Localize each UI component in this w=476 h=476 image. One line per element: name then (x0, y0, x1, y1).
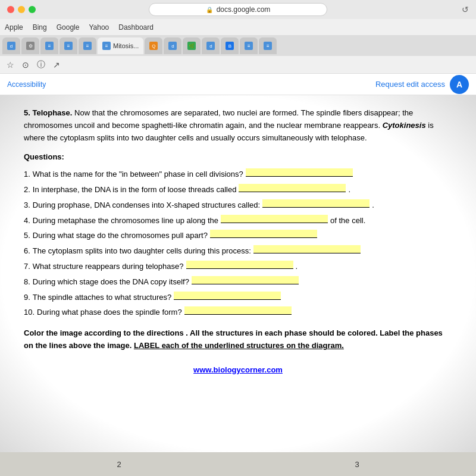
title-bar: 🔒 docs.google.com ↺ (0, 0, 476, 19)
q2-text: In interphase, the DNA is in the form of… (33, 184, 237, 196)
tab-leaf[interactable]: 🌿 (183, 37, 201, 54)
q3-text: During prophase, DNA condenses into X-sh… (33, 199, 260, 212)
q8-num: 8. (24, 276, 30, 289)
tab-icon-d2: d (168, 42, 177, 50)
share-icon[interactable]: ↗ (51, 60, 62, 70)
reload-button[interactable]: ↺ (462, 5, 469, 14)
tab-doc5[interactable]: ≡ (259, 37, 277, 54)
tab-icon-doc1: ≡ (45, 42, 54, 50)
tab-doc3[interactable]: ≡ (79, 37, 96, 54)
tab-icon-doc5: ≡ (264, 42, 272, 50)
q2-answer (239, 184, 346, 192)
tab-doc2[interactable]: ≡ (60, 37, 77, 54)
lock-icon: 🔒 (206, 7, 213, 13)
tab-d1[interactable]: d (2, 37, 20, 54)
user-avatar[interactable]: A (450, 75, 469, 94)
q5-num: 5. (24, 230, 30, 242)
tab-doc4[interactable]: ≡ (240, 37, 258, 54)
question-6: 6. The cytoplasm splits into two daughte… (24, 245, 452, 258)
bookmark-google[interactable]: Google (57, 23, 80, 32)
page-number-2: 2 (117, 460, 121, 469)
q5-text: During what stage do the chromosomes pul… (33, 230, 208, 242)
tab-icon-search: Q (149, 42, 158, 50)
q10-text: During what phase does the spindle form? (37, 306, 182, 319)
reader-icon[interactable]: ⊙ (20, 60, 31, 70)
tab-icon-mitosis: ≡ (102, 42, 111, 50)
main-content-area: 5. Telophase. Now that the chromosomes a… (0, 95, 476, 476)
q10-answer (184, 306, 292, 315)
color-instruction-bold: Color the image according to the directi… (24, 328, 184, 337)
q9-num: 9. (24, 292, 30, 304)
tab-icon-doc4: ≡ (245, 42, 253, 50)
q1-num: 1. (24, 168, 30, 181)
toolbar-row: ☆ ⊙ ⓘ ↗ (0, 56, 476, 74)
bookmark-bing[interactable]: Bing (33, 23, 47, 32)
bookmark-apple[interactable]: Apple (5, 23, 23, 32)
tab-icon-doc3: ≡ (83, 42, 92, 50)
q8-answer (192, 276, 299, 284)
q8-text: During which stage does the DNA copy its… (33, 276, 189, 289)
tab-icon-d1: d (7, 42, 15, 50)
q6-answer (253, 245, 361, 253)
tab-mitosis[interactable]: ≡ Mitosis... (98, 37, 143, 54)
q2-num: 2. (24, 184, 30, 196)
q7-period: . (296, 261, 298, 273)
q3-num: 3. (24, 199, 30, 212)
q6-text: The cytoplasm splits into two daughter c… (33, 245, 251, 258)
tab-icon-leaf: 🌿 (187, 42, 196, 50)
page-bottom-area: 2 3 (0, 452, 476, 476)
cytokinesis-word: Cytokinesis (383, 121, 426, 130)
q7-text: What structure reappears during telophas… (33, 261, 184, 273)
tab-icon-doc2: ≡ (64, 42, 73, 50)
color-instruction: Color the image according to the directi… (24, 327, 452, 352)
q9-text: The spindle attaches to what structures? (33, 292, 171, 304)
q4-suffix: of the cell. (330, 215, 365, 227)
question-9: 9. The spindle attaches to what structur… (24, 292, 452, 304)
traffic-lights (7, 6, 36, 13)
website-link[interactable]: www.biologycorner.com (24, 364, 452, 377)
tab-d3[interactable]: d (202, 37, 220, 54)
page-number-3: 3 (355, 460, 359, 469)
q9-answer (174, 292, 281, 300)
question-10: 10. During what phase does the spindle f… (24, 306, 452, 319)
question-2: 2. In interphase, the DNA is in the form… (24, 184, 452, 196)
address-bar[interactable]: 🔒 docs.google.com (149, 3, 327, 16)
bookmark-dashboard[interactable]: Dashboard (118, 23, 154, 32)
questions-header: Questions: (24, 151, 452, 164)
q3-answer (262, 199, 369, 208)
q10-num: 10. (24, 306, 35, 319)
q6-num: 6. (24, 245, 30, 258)
question-7: 7. What structure reappears during telop… (24, 261, 452, 273)
document-wrapper: 5. Telophase. Now that the chromosomes a… (0, 95, 476, 452)
q5-answer (210, 230, 317, 238)
tab-settings[interactable]: ⚙ (21, 37, 39, 54)
q1-answer (246, 168, 353, 177)
tab-b[interactable]: B (221, 37, 239, 54)
accessibility-link[interactable]: Accessibility (7, 80, 46, 89)
request-edit-button[interactable]: Request edit access (375, 80, 445, 89)
q4-answer (221, 215, 328, 223)
tab-doc1[interactable]: ≡ (40, 37, 58, 54)
doc-content: 5. Telophase. Now that the chromosomes a… (0, 95, 476, 389)
q7-answer (186, 261, 293, 269)
section-telophase: 5. Telophase. Now that the chromosomes a… (24, 107, 452, 144)
tab-search[interactable]: Q (145, 37, 162, 54)
section5-text: Now that the chromosomes are separated, … (24, 108, 413, 130)
q3-period: . (372, 199, 374, 212)
tab-mitosis-label: Mitosis... (113, 42, 139, 49)
question-4: 4. During metaphase the chromosomes line… (24, 215, 452, 227)
minimize-button[interactable] (18, 6, 25, 13)
q4-text: During metaphase the chromosomes line up… (33, 215, 218, 227)
tab-icon-d3: d (206, 42, 215, 50)
question-list: 1. What is the name for the "in between"… (24, 168, 452, 319)
info-icon[interactable]: ⓘ (36, 60, 46, 70)
close-button[interactable] (7, 6, 14, 13)
maximize-button[interactable] (29, 6, 36, 13)
q2-period: . (348, 184, 350, 196)
star-icon[interactable]: ☆ (5, 60, 15, 70)
question-1: 1. What is the name for the "in between"… (24, 168, 452, 181)
bookmark-yahoo[interactable]: Yahoo (89, 23, 109, 32)
question-3: 3. During prophase, DNA condenses into X… (24, 199, 452, 212)
label-instruction-bold: LABEL each of the underlined structures … (134, 341, 344, 350)
tab-d2[interactable]: d (164, 37, 181, 54)
